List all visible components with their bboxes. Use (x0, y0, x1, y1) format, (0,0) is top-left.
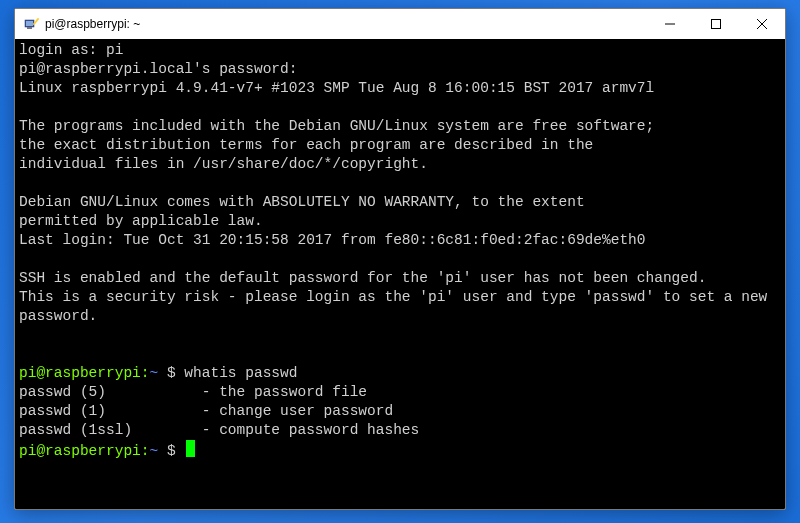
terminal-output-line (19, 326, 781, 345)
terminal-output-line: login as: pi (19, 41, 781, 60)
prompt-user: pi@raspberrypi (19, 365, 141, 381)
prompt-user: pi@raspberrypi (19, 443, 141, 459)
terminal-output-line (19, 174, 781, 193)
command-text: whatis passwd (184, 365, 297, 381)
terminal-output-line: passwd (1ssl) - compute password hashes (19, 421, 781, 440)
terminal-window: pi@raspberrypi: ~ login as: pipi@raspber… (14, 8, 786, 510)
terminal-output-line: permitted by applicable law. (19, 212, 781, 231)
putty-icon (23, 16, 39, 32)
maximize-button[interactable] (693, 9, 739, 39)
maximize-icon (711, 19, 721, 29)
prompt-path: ~ (150, 365, 159, 381)
terminal-output-line: individual files in /usr/share/doc/*/cop… (19, 155, 781, 174)
terminal-output-line: Last login: Tue Oct 31 20:15:58 2017 fro… (19, 231, 781, 250)
terminal-output-line (19, 250, 781, 269)
terminal-output-line: Debian GNU/Linux comes with ABSOLUTELY N… (19, 193, 781, 212)
terminal-output-line: Linux raspberrypi 4.9.41-v7+ #1023 SMP T… (19, 79, 781, 98)
terminal-output-line (19, 98, 781, 117)
prompt-dollar: $ (167, 443, 176, 459)
close-button[interactable] (739, 9, 785, 39)
desktop-background: pi@raspberrypi: ~ login as: pipi@raspber… (0, 0, 800, 523)
prompt-path: ~ (150, 443, 159, 459)
terminal-output-line: The programs included with the Debian GN… (19, 117, 781, 136)
terminal-login-text: login as: pipi@raspberrypi.local's passw… (19, 41, 781, 364)
terminal-body[interactable]: login as: pipi@raspberrypi.local's passw… (15, 39, 785, 509)
minimize-button[interactable] (647, 9, 693, 39)
terminal-output-line: This is a security risk - please login a… (19, 288, 781, 326)
svg-rect-2 (27, 27, 32, 29)
window-title: pi@raspberrypi: ~ (45, 17, 647, 31)
terminal-output-line: passwd (5) - the password file (19, 383, 781, 402)
terminal-output-line (19, 345, 781, 364)
terminal-output-line: SSH is enabled and the default password … (19, 269, 781, 288)
svg-rect-4 (712, 20, 721, 29)
prompt-dollar: $ (167, 365, 176, 381)
window-controls (647, 9, 785, 39)
terminal-output-line: pi@raspberrypi.local's password: (19, 60, 781, 79)
whatis-output: passwd (5) - the password filepasswd (1)… (19, 383, 781, 440)
terminal-output-line: passwd (1) - change user password (19, 402, 781, 421)
terminal-cursor (186, 440, 195, 457)
terminal-prompt-line-2: pi@raspberrypi:~ $ (19, 440, 781, 461)
minimize-icon (665, 19, 675, 29)
window-titlebar[interactable]: pi@raspberrypi: ~ (15, 9, 785, 39)
svg-rect-1 (26, 21, 33, 26)
terminal-prompt-line-1: pi@raspberrypi:~ $ whatis passwd (19, 364, 781, 383)
terminal-output-line: the exact distribution terms for each pr… (19, 136, 781, 155)
close-icon (757, 19, 767, 29)
